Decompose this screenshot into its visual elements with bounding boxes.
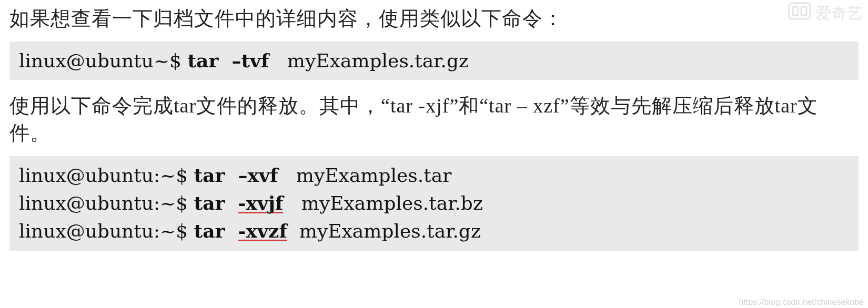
shell-arg: myExamples.tar.bz: [301, 192, 483, 214]
shell-flag: -xvjf: [238, 194, 284, 213]
shell-arg: myExamples.tar.gz: [299, 220, 481, 242]
shell-flag: -xvzf: [238, 222, 287, 241]
code-block-2: linux@ubuntu:~$ tar –xvf myExamples.tar …: [9, 156, 859, 251]
shell-command: tar: [194, 220, 225, 242]
shell-command: tar: [187, 49, 218, 71]
shell-prompt: linux@ubuntu~$: [19, 50, 187, 71]
code-line: linux@ubuntu:~$ tar -xvzf myExamples.tar…: [19, 217, 849, 245]
intro-text-1: 如果想查看一下归档文件中的详细内容，使用类似以下命令：: [9, 5, 859, 32]
code-line: linux@ubuntu:~$ tar –xvf myExamples.tar: [19, 161, 849, 189]
code-line: linux@ubuntu:~$ tar -xvjf myExamples.tar…: [19, 189, 849, 217]
intro-text-2: 使用以下命令完成tar文件的释放。其中，“tar -xjf”和“tar – xz…: [9, 93, 859, 147]
shell-flag: –xvf: [238, 164, 278, 186]
document-page: 如果想查看一下归档文件中的详细内容，使用类似以下命令： linux@ubuntu…: [0, 0, 868, 251]
shell-prompt: linux@ubuntu:~$: [19, 165, 194, 186]
code-block-1: linux@ubuntu~$ tar –tvf myExamples.tar.g…: [9, 42, 859, 80]
shell-prompt: linux@ubuntu:~$: [19, 220, 194, 242]
shell-command: tar: [194, 192, 225, 214]
shell-flag: –tvf: [231, 49, 269, 71]
shell-prompt: linux@ubuntu:~$: [19, 192, 194, 214]
shell-arg: myExamples.tar: [296, 165, 452, 186]
watermark-bottom: https://blog.csdn.net/chinesekobe: [739, 297, 864, 307]
shell-command: tar: [194, 164, 225, 186]
shell-arg: myExamples.tar.gz: [287, 50, 469, 71]
code-line: linux@ubuntu~$ tar –tvf myExamples.tar.g…: [19, 47, 849, 75]
